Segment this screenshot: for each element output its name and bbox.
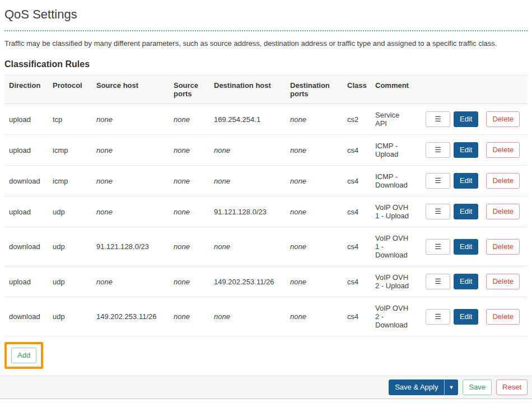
table-row: uploadudpnonenone149.202.253.11/26nonecs… [4, 266, 528, 297]
cell-comment: ICMP - Download [371, 166, 417, 196]
edit-button[interactable]: Edit [454, 309, 478, 325]
sort-handle-button[interactable]: ☰ [426, 111, 450, 127]
reset-button[interactable]: Reset [496, 379, 528, 395]
cell-destination-ports: none [286, 166, 343, 196]
cell-comment: VoIP OVH 1 - Upload [371, 196, 417, 227]
cell-direction: download [4, 227, 48, 266]
cell-destination-ports: none [286, 196, 343, 227]
cell-source-host: 91.121.128.0/23 [92, 227, 169, 266]
section-title-classification-rules: Classification Rules [4, 59, 528, 69]
sort-handle-button[interactable]: ☰ [426, 204, 450, 219]
cell-protocol: udp [48, 297, 92, 336]
title-divider [4, 30, 528, 31]
header-destination-host: Destination host [209, 76, 286, 104]
cell-destination-host: none [209, 227, 286, 266]
cell-comment: VoIP OVH 2 - Upload [371, 266, 417, 297]
cell-direction: upload [4, 135, 48, 166]
cell-actions: ☰EditDelete [417, 104, 528, 135]
cell-destination-host: 149.202.253.11/26 [209, 266, 286, 297]
sort-handle-button[interactable]: ☰ [426, 309, 450, 325]
edit-button[interactable]: Edit [454, 173, 478, 189]
qos-settings-page: QoS Settings Traffic may be classified b… [0, 0, 532, 369]
cell-protocol: icmp [48, 166, 92, 196]
cell-destination-host: none [209, 135, 286, 166]
delete-button[interactable]: Delete [486, 111, 520, 127]
cell-source-host: none [92, 166, 169, 196]
cell-comment: ICMP - Upload [371, 135, 417, 166]
cell-class: cs4 [343, 297, 371, 336]
cell-destination-ports: none [286, 135, 343, 166]
cell-source-ports: none [169, 297, 209, 336]
cell-class: cs4 [343, 266, 371, 297]
header-protocol: Protocol [48, 76, 92, 104]
table-row: downloadicmpnonenonenonenonecs4ICMP - Do… [4, 166, 528, 196]
cell-direction: upload [4, 196, 48, 227]
header-class: Class [343, 76, 371, 104]
cell-direction: upload [4, 266, 48, 297]
header-direction: Direction [4, 76, 48, 104]
delete-button[interactable]: Delete [486, 173, 520, 189]
delete-button[interactable]: Delete [486, 274, 520, 289]
cell-source-ports: none [169, 135, 209, 166]
caret-down-icon: ▼ [449, 385, 454, 390]
cell-source-ports: none [169, 196, 209, 227]
delete-button[interactable]: Delete [486, 309, 520, 325]
rules-body: uploadtcpnonenone169.254.254.1nonecs2Ser… [4, 104, 528, 336]
cell-destination-host: 169.254.254.1 [209, 104, 286, 135]
sort-handle-button[interactable]: ☰ [426, 274, 450, 289]
cell-class: cs4 [343, 196, 371, 227]
cell-destination-ports: none [286, 297, 343, 336]
header-destination-ports: Destination ports [286, 76, 343, 104]
cell-source-ports: none [169, 266, 209, 297]
sort-handle-button[interactable]: ☰ [426, 239, 450, 255]
delete-button[interactable]: Delete [486, 142, 520, 158]
edit-button[interactable]: Edit [454, 204, 478, 219]
delete-button[interactable]: Delete [486, 239, 520, 255]
cell-class: cs4 [343, 135, 371, 166]
edit-button[interactable]: Edit [454, 274, 478, 289]
edit-button[interactable]: Edit [454, 111, 478, 127]
cell-actions: ☰EditDelete [417, 227, 528, 266]
edit-button[interactable]: Edit [454, 239, 478, 255]
add-button[interactable]: Add [11, 348, 36, 363]
cell-destination-host: none [209, 297, 286, 336]
header-source-host: Source host [92, 76, 169, 104]
cell-comment: VoIP OVH 2 - Download [371, 297, 417, 336]
action-bar: Save & Apply ▼ Save Reset [0, 376, 532, 399]
table-row: uploadudpnonenone91.121.128.0/23nonecs4V… [4, 196, 528, 227]
cell-protocol: udp [48, 227, 92, 266]
table-row: downloadudp149.202.253.11/26nonenonenone… [4, 297, 528, 336]
cell-actions: ☰EditDelete [417, 135, 528, 166]
edit-button[interactable]: Edit [454, 142, 478, 158]
cell-class: cs4 [343, 227, 371, 266]
save-apply-dropdown-button[interactable]: ▼ [444, 379, 458, 395]
cell-actions: ☰EditDelete [417, 196, 528, 227]
table-row: uploadtcpnonenone169.254.254.1nonecs2Ser… [4, 104, 528, 135]
cell-protocol: icmp [48, 135, 92, 166]
sort-handle-button[interactable]: ☰ [426, 173, 450, 189]
classification-rules-table: Direction Protocol Source host Source po… [4, 75, 528, 336]
cell-protocol: tcp [48, 104, 92, 135]
page-title: QoS Settings [4, 0, 528, 22]
save-apply-button[interactable]: Save & Apply [389, 379, 444, 395]
cell-direction: download [4, 166, 48, 196]
add-section: Add [4, 342, 528, 369]
cell-actions: ☰EditDelete [417, 266, 528, 297]
cell-source-ports: none [169, 166, 209, 196]
header-comment: Comment [371, 76, 417, 104]
highlight-box: Add [4, 342, 43, 369]
cell-source-ports: none [169, 227, 209, 266]
cell-source-ports: none [169, 104, 209, 135]
cell-direction: download [4, 297, 48, 336]
cell-source-host: none [92, 196, 169, 227]
sort-handle-button[interactable]: ☰ [426, 142, 450, 158]
cell-destination-ports: none [286, 227, 343, 266]
table-row: uploadicmpnonenonenonenonecs4ICMP - Uplo… [4, 135, 528, 166]
save-apply-group: Save & Apply ▼ [389, 379, 458, 395]
cell-comment: Service API [371, 104, 417, 135]
delete-button[interactable]: Delete [486, 204, 520, 219]
save-button[interactable]: Save [463, 379, 492, 395]
cell-destination-host: 91.121.128.0/23 [209, 196, 286, 227]
header-source-ports: Source ports [169, 76, 209, 104]
cell-protocol: udp [48, 196, 92, 227]
